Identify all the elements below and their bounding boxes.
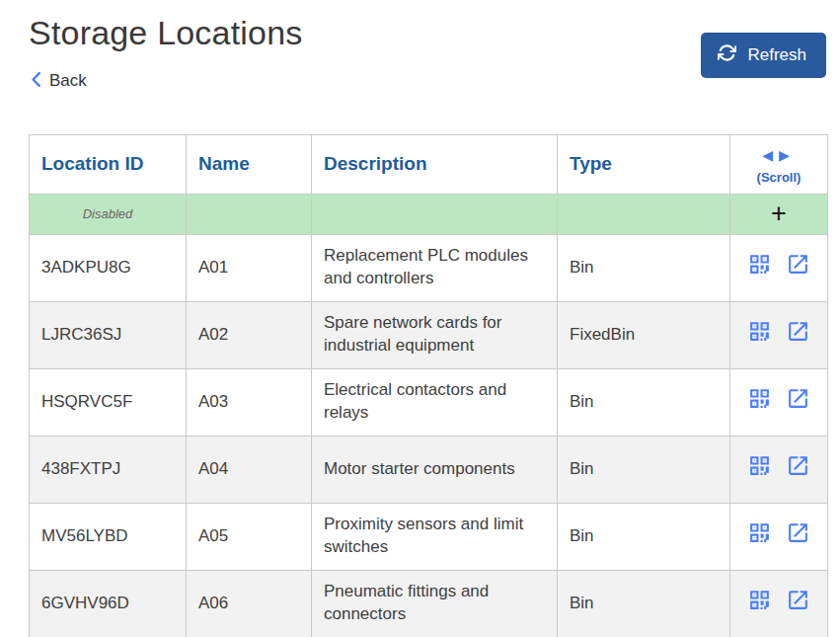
table-row: 3ADKPU8G A01 Replacement PLC modules and… bbox=[30, 234, 828, 301]
back-link[interactable]: Back bbox=[29, 71, 87, 92]
chevron-left-icon bbox=[29, 71, 43, 92]
cell-name: A06 bbox=[187, 570, 312, 637]
open-external-icon[interactable] bbox=[786, 520, 810, 545]
disabled-label: Disabled bbox=[30, 206, 186, 221]
cell-name: A02 bbox=[187, 301, 312, 368]
header-name: Name bbox=[187, 134, 312, 194]
scroll-label: (Scroll) bbox=[734, 170, 823, 185]
cell-description: Proximity sensors and limit switches bbox=[312, 503, 558, 570]
back-link-label: Back bbox=[49, 71, 87, 91]
refresh-button-label: Refresh bbox=[747, 45, 806, 65]
qr-code-icon[interactable] bbox=[747, 252, 772, 277]
table-row: 438FXTPJ A04 Motor starter components Bi… bbox=[30, 436, 828, 503]
add-location-button[interactable]: + bbox=[771, 200, 787, 227]
cell-description: Motor starter components bbox=[312, 436, 558, 503]
cell-location-id: 6GVHV96D bbox=[30, 570, 187, 637]
qr-code-icon[interactable] bbox=[747, 520, 772, 545]
open-external-icon[interactable] bbox=[786, 453, 810, 478]
qr-code-icon[interactable] bbox=[747, 319, 772, 344]
cell-type: FixedBin bbox=[558, 301, 730, 368]
cell-description: Electrical contactors and relays bbox=[312, 368, 558, 436]
refresh-button[interactable]: Refresh bbox=[701, 33, 826, 78]
header-location-id: Location ID bbox=[30, 134, 187, 194]
open-external-icon[interactable] bbox=[786, 252, 810, 277]
cell-location-id: HSQRVC5F bbox=[30, 368, 187, 436]
cell-location-id: 3ADKPU8G bbox=[30, 234, 187, 301]
table-row: HSQRVC5F A03 Electrical contactors and r… bbox=[30, 368, 828, 436]
cell-type: Bin bbox=[558, 368, 730, 436]
qr-code-icon[interactable] bbox=[747, 588, 772, 612]
new-location-row: Disabled + bbox=[30, 194, 828, 234]
storage-locations-page: Storage Locations Back Refresh Location … bbox=[0, 0, 840, 637]
cell-type: Bin bbox=[558, 503, 730, 570]
cell-name: A05 bbox=[187, 503, 312, 570]
cell-location-id: LJRC36SJ bbox=[30, 301, 187, 368]
header-type: Type bbox=[558, 134, 730, 194]
open-external-icon[interactable] bbox=[786, 588, 810, 612]
qr-code-icon[interactable] bbox=[747, 453, 772, 478]
scroll-right-icon[interactable]: ▶ bbox=[779, 147, 796, 163]
cell-description: Pneumatic fittings and connectors bbox=[312, 570, 558, 637]
qr-code-icon[interactable] bbox=[747, 386, 772, 411]
cell-name: A04 bbox=[187, 436, 312, 503]
cell-type: Bin bbox=[558, 234, 730, 301]
cell-description: Replacement PLC modules and controllers bbox=[312, 234, 558, 301]
storage-locations-table: Location ID Name Description Type ◀▶ (Sc… bbox=[29, 134, 828, 637]
table-row: MV56LYBD A05 Proximity sensors and limit… bbox=[30, 503, 828, 570]
table-row: LJRC36SJ A02 Spare network cards for ind… bbox=[30, 301, 828, 368]
cell-name: A03 bbox=[187, 368, 312, 436]
cell-description: Spare network cards for industrial equip… bbox=[312, 301, 558, 368]
header-scroll: ◀▶ (Scroll) bbox=[730, 134, 828, 194]
open-external-icon[interactable] bbox=[786, 386, 810, 411]
header-description: Description bbox=[312, 134, 558, 194]
table-header-row: Location ID Name Description Type ◀▶ (Sc… bbox=[30, 134, 828, 194]
refresh-icon bbox=[718, 43, 736, 67]
cell-location-id: 438FXTPJ bbox=[30, 436, 187, 503]
table-row: 6GVHV96D A06 Pneumatic fittings and conn… bbox=[30, 570, 828, 637]
cell-type: Bin bbox=[558, 436, 730, 503]
cell-name: A01 bbox=[187, 234, 312, 301]
cell-location-id: MV56LYBD bbox=[30, 503, 187, 570]
cell-type: Bin bbox=[558, 570, 730, 637]
open-external-icon[interactable] bbox=[786, 319, 810, 344]
scroll-left-icon[interactable]: ◀ bbox=[762, 147, 779, 163]
